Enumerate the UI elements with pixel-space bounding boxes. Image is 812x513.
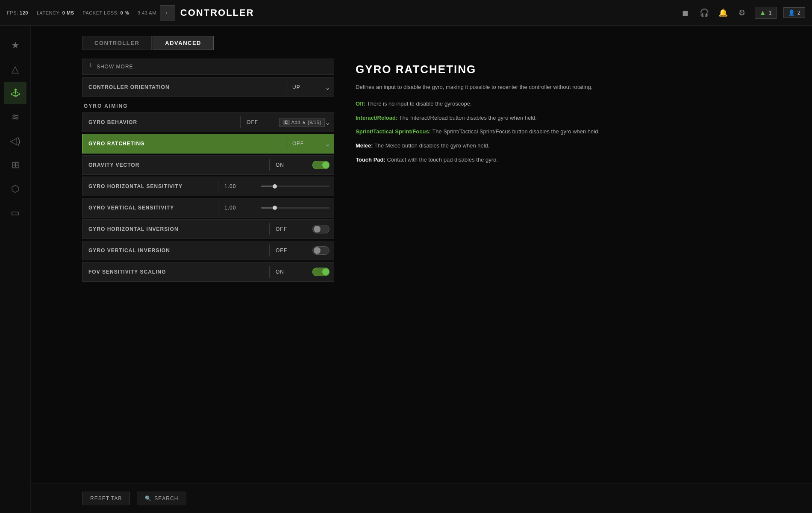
sidebar: ★ △ 🕹 ≋ ◁) ⊞ ⬡ ▭ [0, 26, 31, 513]
slider-fill [261, 186, 275, 187]
latency-stat: LATENCY: 0 MS [37, 10, 74, 15]
toggle-off[interactable] [312, 246, 330, 255]
main-content: CONTROLLER ADVANCED └ SHOW MORE CONTROLL… [31, 26, 812, 513]
setting-label-controller-orientation: CONTROLLER ORIENTATION [82, 84, 286, 90]
settings-panel: └ SHOW MORE CONTROLLER ORIENTATION UP ⌄ … [82, 59, 334, 504]
dropdown-arrow-icon: ⌄ [325, 118, 330, 127]
setting-label-gyro-v-sensitivity: GYRO VERTICAL SENSITIVITY [82, 205, 218, 211]
player1-badge[interactable]: ▲ 1 [755, 7, 777, 19]
toggle-off[interactable] [312, 225, 330, 233]
bottom-bar: RESET TAB 🔍 SEARCH [31, 483, 812, 513]
search-button[interactable]: 🔍 SEARCH [137, 492, 186, 505]
show-more-button[interactable]: └ SHOW MORE [82, 59, 334, 75]
info-option-text-2: The Sprint/Tactical Sprint/Focus button … [432, 128, 600, 135]
page-title: CONTROLLER [180, 7, 680, 18]
setting-row-gyro-behavior[interactable]: GYRO BEHAVIOR OFF C Add ★ [9/15] ⌄ [82, 112, 334, 132]
toggle-gravity-on[interactable] [312, 161, 330, 169]
setting-row-gyro-h-inversion[interactable]: GYRO HORIZONTAL INVERSION OFF [82, 219, 334, 239]
dropdown-arrow-icon: ⌄ [325, 140, 330, 148]
setting-label-gyro-behavior: GYRO BEHAVIOR [82, 119, 240, 125]
setting-row-gyro-ratcheting[interactable]: GYRO RATCHETING OFF ⌄ [82, 134, 334, 153]
gear-icon[interactable]: ⚙ [736, 7, 748, 19]
info-option-text-1: The Interact/Reload button disables the … [399, 115, 537, 121]
setting-row-gyro-v-inversion[interactable]: GYRO VERTICAL INVERSION OFF [82, 241, 334, 260]
setting-label-gravity-vector: GRAVITY VECTOR [82, 162, 269, 168]
info-title: GYRO RATCHETING [356, 63, 786, 76]
info-option-label-3: Melee: [356, 142, 373, 149]
toggle-on[interactable] [312, 268, 330, 276]
back-button[interactable]: ← [160, 5, 175, 21]
player2-icon: 👤 [788, 9, 795, 16]
toggle-gravity-vector[interactable] [308, 161, 334, 169]
setting-value-gyro-v-sensitivity: 1.00 [218, 205, 257, 211]
c-key: C [283, 120, 290, 125]
info-option-text-4: Contact with the touch pad disables the … [387, 156, 497, 163]
search-label: SEARCH [154, 495, 178, 501]
setting-row-controller-orientation[interactable]: CONTROLLER ORIENTATION UP ⌄ [82, 77, 334, 97]
reset-tab-button[interactable]: RESET TAB [82, 492, 130, 505]
toggle-knob [322, 162, 329, 168]
fps-stat: FPS: 120 [7, 10, 28, 15]
headset-icon[interactable]: 🎧 [698, 7, 710, 19]
toggle-fov-sensitivity[interactable] [308, 268, 334, 276]
content-area: └ SHOW MORE CONTROLLER ORIENTATION UP ⌄ … [31, 50, 812, 513]
setting-row-gravity-vector[interactable]: GRAVITY VECTOR ON [82, 155, 334, 175]
setting-value-gravity-vector: ON [270, 162, 308, 168]
setting-value-gyro-h-sensitivity: 1.00 [218, 183, 257, 189]
setting-label-gyro-h-sensitivity: GYRO HORIZONTAL SENSITIVITY [82, 183, 218, 189]
toggle-gyro-h-inversion[interactable] [308, 225, 334, 233]
sidebar-item-audio[interactable]: ◁) [4, 130, 26, 152]
sidebar-item-favorites[interactable]: ★ [4, 34, 26, 56]
toggle-knob [322, 268, 329, 275]
toggle-knob [314, 226, 321, 233]
add-badge[interactable]: C Add ★ [9/15] [279, 118, 325, 127]
tab-controller[interactable]: CONTROLLER [82, 36, 152, 50]
toggle-gyro-v-inversion[interactable] [308, 246, 334, 255]
info-option-label-1: Interact/Reload: [356, 115, 397, 121]
slider-track [261, 186, 330, 187]
slider-gyro-v-sensitivity[interactable] [257, 207, 334, 209]
slider-gyro-h-sensitivity[interactable] [257, 186, 334, 187]
show-more-label: SHOW MORE [97, 64, 133, 70]
info-option-4: Touch Pad: Contact with the touch pad di… [356, 156, 786, 165]
bell-icon[interactable]: 🔔 [717, 7, 729, 19]
setting-label-gyro-h-inversion: GYRO HORIZONTAL INVERSION [82, 226, 269, 232]
sidebar-item-controller[interactable]: 🕹 [4, 82, 26, 104]
dropdown-arrow-icon: ⌄ [325, 83, 330, 91]
setting-row-fov-sensitivity[interactable]: FOV SENSITIVITY SCALING ON [82, 262, 334, 282]
info-option-2: Sprint/Tactical Sprint/Focus: The Sprint… [356, 127, 786, 136]
sidebar-item-character[interactable]: △ [4, 58, 26, 80]
info-option-label-4: Touch Pad: [356, 156, 385, 163]
player2-badge[interactable]: 👤 2 [783, 7, 805, 18]
time-display: 9:43 AM [138, 10, 156, 15]
sidebar-item-network[interactable]: ⬡ [4, 178, 26, 200]
info-option-label-2: Sprint/Tactical Sprint/Focus: [356, 128, 431, 135]
setting-row-gyro-h-sensitivity[interactable]: GYRO HORIZONTAL SENSITIVITY 1.00 [82, 177, 334, 196]
setting-row-gyro-v-sensitivity[interactable]: GYRO VERTICAL SENSITIVITY 1.00 [82, 198, 334, 218]
tab-advanced[interactable]: ADVANCED [153, 36, 214, 50]
add-label: Add ★ [9/15] [291, 120, 321, 125]
search-icon: 🔍 [145, 495, 152, 501]
sidebar-item-extra[interactable]: ▭ [4, 202, 26, 224]
info-option-text-3: The Melee button disables the gyro when … [374, 142, 490, 149]
slider-track [261, 207, 330, 209]
info-option-1: Interact/Reload: The Interact/Reload but… [356, 114, 786, 123]
slider-knob [273, 184, 277, 189]
sidebar-item-interface[interactable]: ⊞ [4, 154, 26, 176]
section-gyro-aiming: GYRO AIMING [82, 99, 334, 112]
info-description: Defines an input to disable the gyro, ma… [356, 83, 786, 92]
setting-value-gyro-ratcheting: OFF [286, 141, 325, 147]
slider-knob [273, 206, 277, 210]
sidebar-item-customize[interactable]: ≋ [4, 106, 26, 128]
info-panel: GYRO RATCHETING Defines an input to disa… [347, 59, 795, 504]
setting-value-gyro-behavior: OFF [241, 119, 279, 125]
grid-icon[interactable]: ◼ [680, 7, 691, 19]
top-bar-right: ◼ 🎧 🔔 ⚙ ▲ 1 👤 2 [680, 7, 805, 19]
corner-icon: └ [88, 63, 93, 70]
setting-label-fov-sensitivity: FOV SENSITIVITY SCALING [82, 269, 269, 275]
setting-value-gyro-v-inversion: OFF [270, 248, 308, 254]
setting-label-gyro-v-inversion: GYRO VERTICAL INVERSION [82, 248, 269, 254]
setting-value-gyro-h-inversion: OFF [270, 226, 308, 232]
toggle-knob [314, 247, 321, 254]
slider-fill [261, 207, 275, 209]
